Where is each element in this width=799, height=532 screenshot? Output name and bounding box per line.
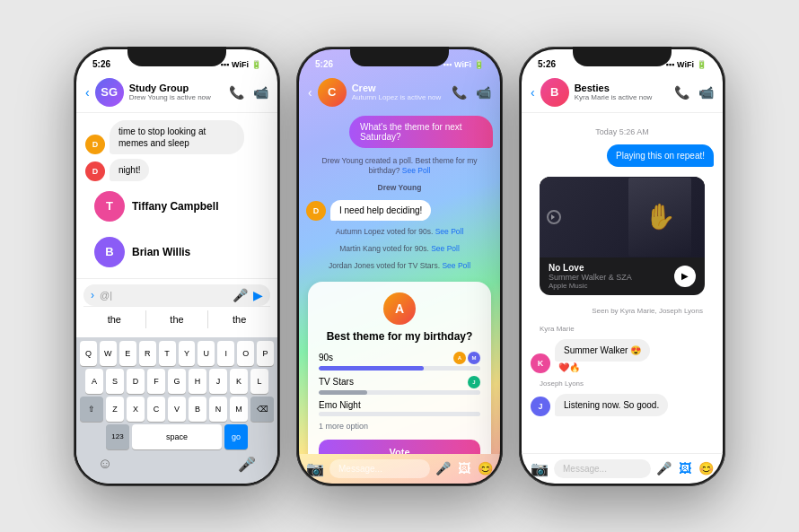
key-o[interactable]: O [237, 341, 254, 366]
key-c[interactable]: C [147, 397, 165, 422]
wifi-icon-2: WiFi [454, 60, 471, 69]
sticker-icon-2[interactable]: 😊 [478, 461, 493, 475]
back-button-1[interactable]: ‹ [85, 85, 90, 100]
autocomplete-1[interactable]: the [83, 310, 146, 328]
key-space[interactable]: space [132, 424, 222, 449]
notch [127, 47, 226, 66]
key-go[interactable]: go [224, 424, 248, 449]
emoji-icon[interactable]: ☺ [98, 456, 112, 472]
key-x[interactable]: X [127, 397, 145, 422]
wifi-icon: WiFi [232, 60, 249, 69]
header-actions-2[interactable]: 📞 📹 [452, 85, 491, 100]
phone-icon-3[interactable]: 📞 [674, 85, 689, 100]
phone-icon-2[interactable]: 📞 [452, 85, 467, 100]
key-a[interactable]: A [85, 369, 103, 394]
contact-brian[interactable]: B Brian Willis [85, 231, 268, 273]
see-poll-4[interactable]: See Poll [442, 261, 470, 270]
dictation-icon[interactable]: 🎤 [238, 456, 256, 473]
play-button[interactable]: ▶ [674, 266, 696, 287]
key-row-4: 123 space go [80, 424, 274, 449]
key-f[interactable]: F [147, 369, 165, 394]
key-y[interactable]: Y [179, 341, 196, 366]
key-h[interactable]: H [189, 369, 206, 394]
chat-header-2: ‹ C Crew Autumn Lopez is active now 📞 📹 [299, 74, 500, 112]
messages-area-3: Today 5:26 AM Playing this on repeat! ✋ [522, 113, 723, 453]
group-avatar-1: SG [95, 78, 124, 107]
header-actions-3[interactable]: 📞 📹 [674, 85, 714, 100]
back-button-3[interactable]: ‹ [531, 85, 535, 100]
besties-input-field[interactable]: Message... [554, 459, 651, 478]
keyboard-bottom: ☺ 🎤 [80, 452, 274, 480]
key-row-3: ⇧ Z X C V B N M ⌫ [80, 397, 274, 422]
image-icon-3[interactable]: 🖼 [679, 461, 691, 475]
message-row-1: D time to stop looking at memes and slee… [85, 120, 268, 154]
key-p[interactable]: P [257, 341, 274, 366]
key-n[interactable]: N [209, 397, 227, 422]
mic-icon-input[interactable]: 🎤 [233, 288, 248, 302]
poll-option-3: Emo Night [319, 400, 480, 416]
group-avatar-2: C [318, 78, 347, 107]
key-shift[interactable]: ⇧ [80, 397, 103, 422]
poll-option-1: 90s A M [319, 352, 480, 371]
key-l[interactable]: L [250, 369, 268, 394]
back-button-2[interactable]: ‹ [308, 85, 312, 100]
vote-button[interactable]: Vote [319, 440, 480, 454]
phone-icon-1[interactable]: 📞 [229, 85, 244, 100]
key-k[interactable]: K [230, 369, 248, 394]
key-e[interactable]: E [119, 341, 136, 366]
key-g[interactable]: G [168, 369, 186, 394]
key-r[interactable]: R [139, 341, 156, 366]
key-u[interactable]: U [198, 341, 215, 366]
autocomplete-2[interactable]: the [146, 310, 209, 328]
input-field-1[interactable]: @| [100, 290, 227, 301]
key-b[interactable]: B [189, 397, 206, 422]
header-actions-1[interactable]: 📞 📹 [229, 85, 268, 100]
see-poll-2[interactable]: See Poll [435, 227, 464, 236]
key-d[interactable]: D [127, 369, 145, 394]
mini-av-3: J [468, 376, 480, 388]
send-icon-1[interactable]: ▶ [253, 288, 263, 302]
chat-header-1: ‹ SG Study Group Drew Young is active no… [76, 74, 277, 113]
key-s[interactable]: S [106, 369, 124, 394]
poll-more: 1 more option [319, 422, 480, 431]
see-poll-3[interactable]: See Poll [431, 244, 460, 253]
song-source: Apple Music [549, 282, 632, 290]
poll-bar-bg-1 [319, 366, 480, 371]
msg-avatar-1: D [85, 135, 105, 154]
crew-system-name: Drew Young [299, 181, 500, 196]
see-poll-1[interactable]: See Poll [402, 166, 431, 175]
key-j[interactable]: J [209, 369, 227, 394]
key-v[interactable]: V [168, 397, 186, 422]
video-icon-3[interactable]: 📹 [698, 85, 714, 100]
phone-besties: 5:26 ▪▪▪ WiFi 🔋 ‹ B Besties Kyra Marie i… [519, 47, 725, 486]
key-q[interactable]: Q [80, 341, 97, 366]
key-i[interactable]: I [217, 341, 234, 366]
camera-icon-3[interactable]: 📷 [531, 460, 549, 477]
crew-input-field[interactable]: Message... [329, 459, 430, 478]
key-backspace[interactable]: ⌫ [250, 397, 274, 422]
mic-icon-3[interactable]: 🎤 [656, 461, 672, 475]
video-icon-1[interactable]: 📹 [253, 85, 268, 100]
poll-label-tv: TV Stars [319, 377, 354, 387]
contact-tiffany[interactable]: T Tiffany Campbell [85, 186, 268, 227]
key-t[interactable]: T [159, 341, 176, 366]
key-123[interactable]: 123 [106, 424, 129, 449]
sticker-icon-3[interactable]: 😊 [698, 461, 714, 475]
crew-system-1: Drew Young created a poll. Best theme fo… [299, 154, 500, 179]
camera-icon-2[interactable]: 📷 [306, 460, 324, 477]
key-row-2: A S D F G H J K L [80, 369, 274, 394]
key-z[interactable]: Z [106, 397, 124, 422]
expand-icon[interactable]: › [91, 289, 94, 301]
joseph-msg-row: J Listening now. So good. [531, 394, 714, 416]
autocomplete-3[interactable]: the [208, 310, 270, 328]
kyra-avatar: K [531, 353, 550, 373]
key-w[interactable]: W [100, 341, 117, 366]
mic-icon-2[interactable]: 🎤 [435, 461, 451, 475]
video-icon-2[interactable]: 📹 [476, 85, 491, 100]
image-icon-2[interactable]: 🖼 [458, 461, 470, 475]
poll-bar-fill-1 [319, 366, 424, 371]
time-3: 5:26 [538, 59, 556, 69]
kyra-label: Kyra Marie [531, 323, 714, 335]
key-m[interactable]: M [230, 397, 248, 422]
song-artist: Summer Walker & SZA [549, 273, 632, 282]
